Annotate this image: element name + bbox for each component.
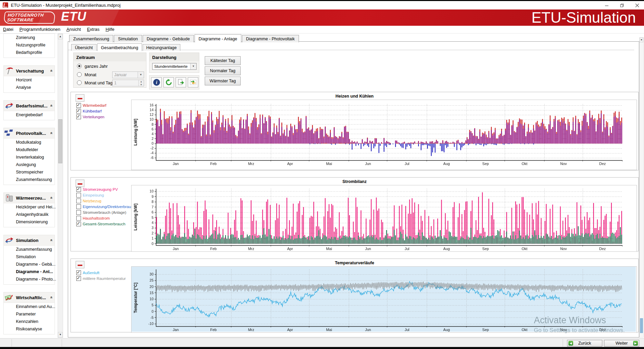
sidebar-item-parameter[interactable]: Parameter: [4, 310, 55, 318]
checkbox-icon[interactable]: [76, 103, 81, 108]
legend-item-k-hlbedarf[interactable]: Kühlbedarf: [76, 109, 106, 114]
menu-ansicht[interactable]: Ansicht: [63, 26, 84, 33]
tag-spinner[interactable]: 1 ▲▼: [112, 80, 144, 86]
sidebar-item-dimensionierung[interactable]: Dimensionierung: [4, 218, 55, 226]
kaeltester-tag-button[interactable]: Kältester Tag: [205, 56, 241, 65]
tab-diagramme-photovoltaik[interactable]: Diagramme - Photovoltaik: [242, 35, 299, 42]
sidebar-item-zusammenfassung[interactable]: Zusammenfassung: [4, 246, 55, 253]
tab-simulation[interactable]: Simulation: [114, 35, 142, 42]
sidebar-item-auslegung[interactable]: Auslegung: [4, 161, 55, 168]
info-button[interactable]: i: [151, 77, 162, 87]
checkbox-icon[interactable]: [76, 222, 81, 226]
scroll-down-icon[interactable]: ▼: [640, 38, 643, 42]
sidebar-section-header[interactable]: Photovoltaik...»: [4, 128, 55, 139]
sidebar-item-zusammenfassung[interactable]: Zusammenfassung: [4, 176, 55, 183]
sidebar-item-nutzungsprofile[interactable]: Nutzungsprofile: [4, 41, 55, 49]
radio-ganzes-jahr[interactable]: ganzes Jahr: [77, 64, 108, 69]
minimize-button[interactable]: [600, 1, 613, 9]
tab-diagramme-geb-ude[interactable]: Diagramme - Gebäude: [143, 35, 194, 42]
sidebar-section-header[interactable]: Wärmeerzeu...»: [4, 193, 55, 203]
restore-button[interactable]: [615, 1, 629, 9]
sidebar-item-inverterkatalog[interactable]: Inverterkatalog: [4, 153, 55, 161]
waermster-tag-button[interactable]: Wärmster Tag: [205, 77, 241, 85]
sidebar-section-header[interactable]: Bedarfssimul...»: [4, 101, 55, 111]
collapse-panel-button[interactable]: [76, 180, 84, 187]
collapse-chevron-icon[interactable]: »: [49, 197, 54, 199]
tab-diagramme-anlage[interactable]: Diagramme - Anlage: [195, 34, 241, 43]
sidebar-item-energiebedarf[interactable]: Energiebedarf: [4, 111, 55, 119]
darstellung-select[interactable]: Stundenmittelwerte ▼: [152, 63, 197, 70]
export-button[interactable]: [176, 77, 186, 87]
checkbox-icon[interactable]: [76, 115, 81, 119]
back-button[interactable]: ◀ Zurück: [567, 340, 602, 347]
sidebar-item-einnahmen-und-au-[interactable]: Einnahmen und Au...: [4, 303, 55, 310]
legend-item-haushaltsstrom[interactable]: Haushaltsstrom: [76, 216, 135, 221]
refresh-button[interactable]: [163, 77, 174, 87]
tab-zusammenfassung[interactable]: Zusammenfassung: [69, 35, 113, 42]
radio-icon[interactable]: [77, 80, 82, 85]
spinner-arrows-icon[interactable]: ▲▼: [138, 80, 144, 86]
legend-item-verteilungen[interactable]: Verteilungen: [76, 115, 106, 119]
menu-hilfe[interactable]: Hilfe: [103, 26, 118, 33]
subtab--bersicht[interactable]: Übersicht: [71, 44, 97, 51]
checkbox-icon[interactable]: [76, 109, 81, 114]
radio-monat[interactable]: Monat: [77, 72, 96, 78]
sidebar-item-risikoanalyse[interactable]: Risikoanalyse: [4, 325, 55, 333]
scroll-up-icon[interactable]: ▲: [58, 34, 63, 39]
legend-item-einspeisung[interactable]: Einspeisung: [76, 193, 135, 198]
legend-item-stromerzeugung-pv[interactable]: Stromerzeugung PV: [76, 187, 135, 192]
content-scrollbar[interactable]: ▲ ▼: [639, 37, 644, 337]
legend-item-mittlere-raumtemperatur[interactable]: mittlere Raumtemperatur: [76, 276, 126, 281]
checkbox-icon[interactable]: [76, 276, 81, 281]
checkbox-icon[interactable]: [76, 216, 81, 221]
sidebar-item-stromspeicher[interactable]: Stromspeicher: [4, 168, 55, 176]
sidebar-scroll-thumb[interactable]: [58, 119, 62, 163]
collapse-chevron-icon[interactable]: »: [49, 70, 54, 72]
legend-item-stromverbrauch-anlage-[interactable]: Stromverbrauch (Anlage): [76, 210, 135, 215]
collapse-chevron-icon[interactable]: »: [49, 296, 54, 299]
legend-item-w-rmebedarf[interactable]: Wärmebedarf: [76, 103, 106, 108]
legend-item-gesamt-stromverbrauch[interactable]: Gesamt-Stromverbrauch: [76, 222, 135, 226]
checkbox-icon[interactable]: [76, 199, 81, 203]
radio-icon[interactable]: [77, 72, 82, 77]
sidebar-item-diagramme-geb-[interactable]: Diagramme - Gebä...: [4, 261, 55, 268]
next-button[interactable]: Weiter ▶: [604, 340, 639, 347]
sidebar-item-anlagenhydraulik[interactable]: Anlagenhydraulik: [4, 211, 55, 218]
checkbox-icon[interactable]: [76, 204, 81, 209]
collapse-panel-button[interactable]: [76, 94, 84, 102]
sidebar-section-header[interactable]: Simulation»: [4, 235, 55, 246]
checkbox-icon[interactable]: [76, 193, 81, 198]
subtab-gesamtbetrachtung[interactable]: Gesamtbetrachtung: [97, 43, 142, 51]
sidebar-item-modulkatalog[interactable]: Modulkatalog: [4, 139, 55, 146]
sidebar-section-header[interactable]: €Wirtschaftlic...»: [4, 292, 55, 303]
legend-item-netzbezug[interactable]: Netzbezug: [76, 199, 135, 203]
menu-extras[interactable]: Extras: [84, 26, 103, 33]
sidebar-item-horizont[interactable]: Horizont: [4, 76, 55, 84]
content-scroll-thumb[interactable]: [640, 318, 643, 333]
monat-select[interactable]: Januar ▼: [112, 71, 144, 78]
legend-item-eigennutzung-direktverbrauch[interactable]: Eigennutzung/Direktverbrauch: [76, 204, 135, 209]
radio-icon[interactable]: [77, 64, 82, 68]
checkbox-icon[interactable]: [76, 187, 81, 192]
sidebar-item-kennzahlen[interactable]: Kennzahlen: [4, 318, 55, 325]
normaler-tag-button[interactable]: Normaler Tag: [205, 66, 241, 75]
fit-view-button[interactable]: [188, 77, 198, 87]
sidebar-item-zonierung[interactable]: Zonierung: [4, 34, 55, 41]
scroll-down-icon[interactable]: ▼: [58, 332, 63, 337]
menu-datei[interactable]: Datei: [0, 26, 16, 33]
sidebar-item-modulfelder[interactable]: Modulfelder: [4, 146, 55, 153]
menu-programmfunktionen[interactable]: Programmfunktionen: [16, 26, 63, 33]
sidebar-item-bedarfsprofile[interactable]: Bedarfsprofile: [4, 49, 55, 56]
sidebar-item-diagramme-photo-[interactable]: Diagramme - Photo...: [4, 275, 55, 283]
sidebar-item-analyse[interactable]: Analyse: [4, 84, 55, 91]
collapse-chevron-icon[interactable]: »: [49, 105, 54, 107]
subtab-heizungsanlage[interactable]: Heizungsanlage: [143, 44, 181, 51]
sidebar-scrollbar[interactable]: ▲ ▼: [58, 34, 63, 338]
collapse-chevron-icon[interactable]: »: [49, 239, 54, 242]
collapse-panel-button[interactable]: [76, 261, 84, 268]
radio-monat-und-tag[interactable]: Monat und Tag: [77, 80, 113, 86]
sidebar-section-header[interactable]: Verschattung»: [4, 66, 55, 76]
sidebar-item-diagramme-anl-[interactable]: Diagramme - Anl...: [4, 268, 55, 275]
collapse-chevron-icon[interactable]: »: [49, 132, 54, 135]
checkbox-icon[interactable]: [76, 270, 81, 275]
